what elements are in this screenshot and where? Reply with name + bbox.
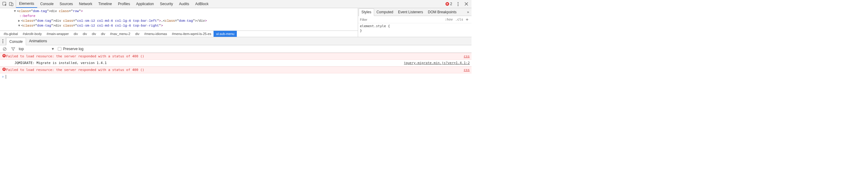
- message-source-link[interactable]: css: [460, 54, 470, 59]
- console-message: ✕Failed to load resource: the server res…: [0, 67, 471, 73]
- message-text: JQMIGRATE: Migrate is installed, version…: [6, 61, 400, 66]
- tab-security[interactable]: Security: [157, 0, 176, 8]
- breadcrumb-bar: #ls-global#skrollr-body#main-wrapperdivd…: [0, 31, 358, 37]
- filter-icon[interactable]: [10, 46, 16, 52]
- console-prompt[interactable]: ›: [0, 73, 471, 80]
- toolbar-right-group: ✕ 2: [443, 1, 471, 7]
- style-rule-open: element.style {: [360, 24, 470, 28]
- hov-toggle[interactable]: :hov: [444, 17, 454, 22]
- sidebar-tabs: StylesComputedEvent ListenersDOM Breakpo…: [358, 8, 471, 16]
- error-icon: ✕: [445, 2, 449, 6]
- inspect-icon[interactable]: [2, 1, 7, 7]
- sidebar-tab-computed[interactable]: Computed: [374, 8, 396, 16]
- styles-filter-input[interactable]: [360, 18, 444, 22]
- error-icon: ✕: [2, 68, 6, 71]
- message-source-link[interactable]: css: [460, 67, 470, 72]
- tab-elements[interactable]: Elements: [16, 0, 37, 8]
- breadcrumb-item[interactable]: #ls-global: [1, 31, 20, 37]
- sidebar-tab-dom-breakpoints[interactable]: DOM Breakpoints: [426, 8, 459, 16]
- svg-rect-2: [11, 3, 13, 5]
- main-panel: ▼<class="dom-tag">div class="row">::befo…: [0, 8, 471, 37]
- elements-panel: ▼<class="dom-tag">div class="row">::befo…: [0, 8, 358, 37]
- context-selector[interactable]: top ▼: [19, 47, 55, 51]
- dropdown-caret-icon: ▼: [51, 47, 55, 51]
- context-label: top: [19, 47, 24, 51]
- error-icon: ✕: [2, 54, 6, 57]
- checkbox-icon: [58, 47, 61, 51]
- tab-network[interactable]: Network: [76, 0, 95, 8]
- tab-application[interactable]: Application: [133, 0, 157, 8]
- style-rule-close: }: [360, 28, 470, 33]
- sidebar-tab-event-listeners[interactable]: Event Listeners: [396, 8, 426, 16]
- drawer-tab-animations[interactable]: Animations: [26, 37, 50, 45]
- preserve-log-toggle[interactable]: Preserve log: [58, 47, 84, 51]
- prompt-chevron-icon: ›: [2, 75, 4, 79]
- main-tabs: ElementsConsoleSourcesNetworkTimelinePro…: [16, 0, 212, 8]
- sidebar-tab-styles[interactable]: Styles: [359, 8, 374, 16]
- cls-toggle[interactable]: .cls: [454, 17, 465, 22]
- dom-node[interactable]: ▼<class="dom-tag">div class="row">: [6, 9, 358, 13]
- tab-profiles[interactable]: Profiles: [115, 0, 133, 8]
- more-tabs-icon[interactable]: »: [465, 10, 471, 14]
- cursor: [6, 75, 6, 79]
- device-toggle-icon[interactable]: [8, 1, 14, 7]
- styles-filter-row: :hov .cls +: [358, 16, 471, 23]
- tab-adblock[interactable]: AdBlock: [192, 0, 211, 8]
- dom-tree[interactable]: ▼<class="dom-tag">div class="row">::befo…: [0, 8, 358, 28]
- message-source-link[interactable]: jquery-migrate.min.js?ver=1.4.1:2: [400, 61, 470, 66]
- message-text: Failed to load resource: the server resp…: [6, 67, 460, 72]
- console-toolbar: top ▼ Preserve log: [0, 45, 471, 53]
- dom-node[interactable]: ▼<class="dom-tag">div class="col-sm-12 c…: [6, 23, 358, 28]
- breadcrumb-item[interactable]: div: [90, 31, 99, 37]
- console-message: ✕Failed to load resource: the server res…: [0, 53, 471, 60]
- drawer-menu-icon[interactable]: [0, 37, 6, 45]
- tab-timeline[interactable]: Timeline: [95, 0, 115, 8]
- drawer-header: ConsoleAnimations: [0, 37, 471, 45]
- clear-console-icon[interactable]: [2, 46, 7, 52]
- preserve-log-label: Preserve log: [63, 47, 84, 51]
- close-devtools-icon[interactable]: [464, 1, 469, 7]
- error-count-pill[interactable]: ✕ 2: [445, 2, 452, 6]
- tab-sources[interactable]: Sources: [57, 0, 76, 8]
- toolbar-left-group: [0, 0, 16, 8]
- breadcrumb-item[interactable]: #menu-idiomas: [142, 31, 169, 37]
- drawer-tabs: ConsoleAnimations: [6, 37, 50, 45]
- breadcrumb-item[interactable]: ul.sub-menu: [214, 31, 237, 37]
- message-text: Failed to load resource: the server resp…: [6, 54, 460, 59]
- breadcrumb-item[interactable]: #nav_menu-2: [108, 31, 133, 37]
- tab-console[interactable]: Console: [37, 0, 57, 8]
- dom-node[interactable]: ▶<class="dom-tag">div class="col-sm-12 c…: [6, 18, 358, 23]
- breadcrumb-item[interactable]: #skrollr-body: [20, 31, 44, 37]
- close-drawer-icon[interactable]: [465, 38, 471, 44]
- new-style-rule-icon[interactable]: +: [465, 17, 470, 22]
- console-messages: ✕Failed to load resource: the server res…: [0, 53, 471, 73]
- styles-sidebar: StylesComputedEvent ListenersDOM Breakpo…: [358, 8, 471, 37]
- breadcrumb-item[interactable]: div: [133, 31, 142, 37]
- breadcrumb-item[interactable]: div: [99, 31, 108, 37]
- styles-body[interactable]: element.style { }: [358, 23, 471, 34]
- breadcrumb-item[interactable]: #menu-item-wpml-ls-25-es: [169, 31, 214, 37]
- error-count: 2: [450, 2, 452, 6]
- drawer-tab-console[interactable]: Console: [6, 38, 26, 45]
- breadcrumb-item[interactable]: div: [71, 31, 80, 37]
- devtools-toolbar: ElementsConsoleSourcesNetworkTimelinePro…: [0, 0, 471, 8]
- breadcrumb-item[interactable]: #main-wrapper: [44, 31, 71, 37]
- dom-node[interactable]: ::before: [6, 13, 358, 18]
- console-message: JQMIGRATE: Migrate is installed, version…: [0, 60, 471, 67]
- tab-audits[interactable]: Audits: [176, 0, 192, 8]
- breadcrumb-item[interactable]: div: [81, 31, 90, 37]
- settings-kebab-icon[interactable]: [455, 1, 461, 7]
